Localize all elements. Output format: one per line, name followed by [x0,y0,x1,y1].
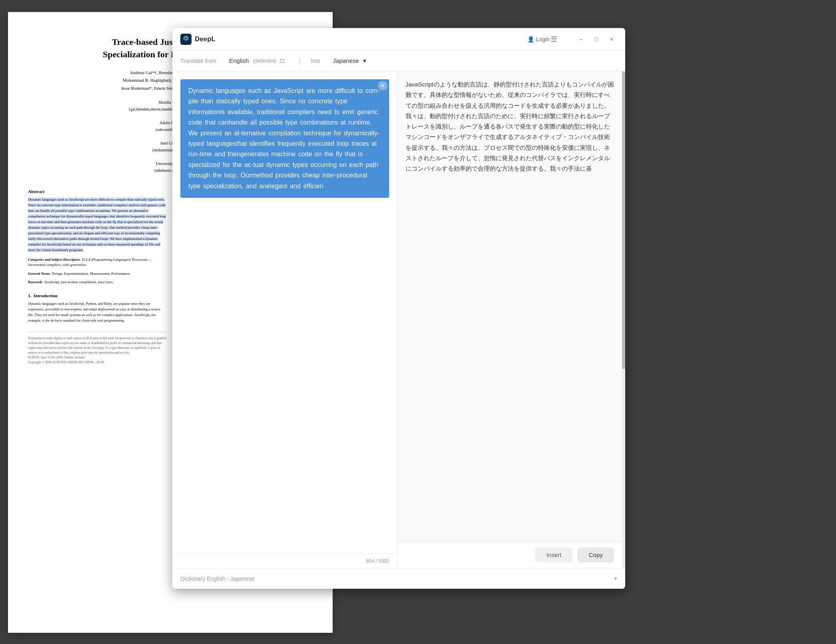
dictionary-arrow: ▾ [614,576,617,582]
translate-from-label: Translate from [180,58,216,64]
minimize-button[interactable]: − [576,34,587,45]
abstract-text: Dynamic languages such as JavaScript are… [28,197,166,253]
deepl-window: DeepL 👤 Login ☰ − □ × Translate from Eng… [172,28,625,589]
deepl-logo: DeepL [180,34,216,45]
login-button[interactable]: 👤 Login [533,34,544,45]
source-panel: Dynamic languages such as JavaScript are… [172,71,398,568]
deepl-main: Dynamic languages such as JavaScript are… [172,71,625,568]
deepl-titlebar: DeepL 👤 Login ☰ − □ × [172,28,625,50]
maximize-button[interactable]: □ [591,34,602,45]
deepl-toolbar: Translate from English (detected) □ | In… [172,50,625,71]
target-lang-arrow: ▾ [363,57,366,64]
keywords-text: Keywords JavaScript, just-in-time compil… [28,280,166,285]
source-lang-detected: (detected) [253,58,277,64]
categories-text: Categories and Subject Descriptors D.3.4… [28,257,166,268]
general-terms-text: General Terms Design, Experimentation, M… [28,271,166,277]
login-label: Login [536,36,549,42]
source-clear-button[interactable]: ✕ [378,81,388,91]
source-text-area[interactable]: Dynamic languages such as JavaScript are… [172,71,397,554]
source-lang-selector[interactable]: English (detected) □ [224,55,289,66]
abstract-title: Abstract [28,188,166,195]
target-text-area[interactable]: JavaScriptのような動的言語は、静的型付けされた言語よりもコンパイルが困… [398,71,622,541]
scrollbar-thumb [622,71,625,369]
dictionary-label: Dictionary English - Japanese [180,576,614,582]
target-panel: JavaScriptのような動的言語は、静的型付けされた言語よりもコンパイルが困… [398,71,622,568]
menu-button[interactable]: ☰ [548,34,559,45]
target-footer: Insert Copy [398,541,622,568]
intro-text: Dynamic languages such as JavaScript, Py… [28,301,166,324]
dictionary-section[interactable]: Dictionary English - Japanese ▾ [172,568,625,589]
into-label: Into [311,58,320,64]
source-lang-name: English [229,57,249,64]
user-icon: 👤 [527,36,534,42]
source-lang-arrow: □ [280,57,284,64]
target-scrollbar[interactable] [622,71,625,568]
source-footer: 854 / 5000 [172,554,397,568]
insert-button[interactable]: Insert [535,547,573,562]
translated-text: JavaScriptのような動的言語は、静的型付けされた言語よりもコンパイルが困… [406,81,614,172]
copy-button[interactable]: Copy [578,547,614,562]
pdf-footer: Permission to make digital or hard copie… [28,332,166,365]
deepl-app-name: DeepL [195,35,216,43]
lang-divider: | [299,56,301,65]
target-lang-selector[interactable]: Japanese ▾ [328,55,371,67]
hamburger-icon: ☰ [551,35,557,44]
target-lang-name: Japanese [333,57,359,64]
char-count: 854 / 5000 [366,558,389,564]
intro-title: 1. Introduction [28,292,166,299]
source-highlighted-text: Dynamic languages such as JavaScript are… [180,79,389,198]
deepl-logo-icon [180,34,192,45]
close-button[interactable]: × [606,34,617,45]
